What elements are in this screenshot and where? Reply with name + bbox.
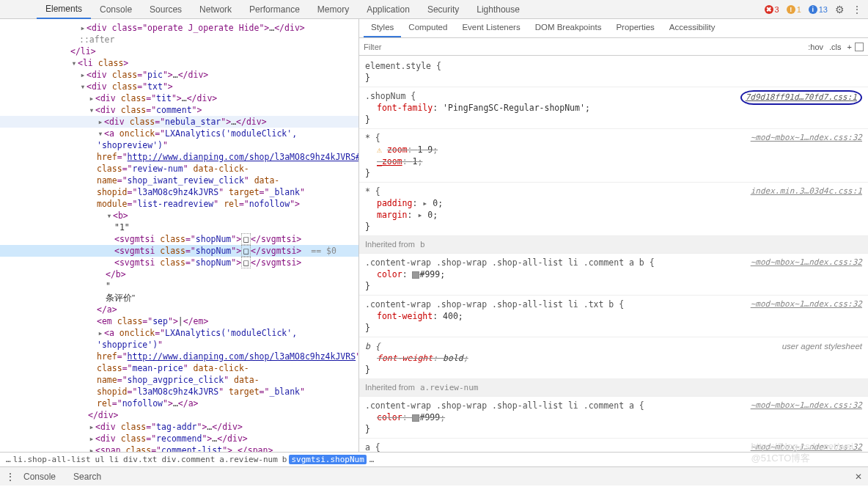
crumb[interactable]: li [107,455,121,464]
tab-application[interactable]: Application [358,1,419,18]
status-icons: ✖3 !1 i13 ⚙ ⋮ [765,4,863,15]
crumb[interactable]: li.shop-all-list [11,455,93,464]
dom-pseudo[interactable]: ::after [0,34,358,45]
dom-li[interactable]: ▾<li class> [0,57,358,69]
dom-txt[interactable]: ▾<div class="txt"> [0,81,358,92]
inherited-from-a: Inherited from a.review-num [359,379,868,397]
styles-subtabs: Styles Computed Event Listeners DOM Brea… [359,19,868,38]
crumb-active[interactable]: svgmtsi.shopNum [289,455,366,464]
dom-line[interactable]: ▸<div class="operate J_operate Hide">…</… [0,22,358,34]
dom-q[interactable]: " [0,280,358,292]
warning-icon: ⚠ [377,144,382,155]
warning-count[interactable]: !1 [787,5,801,14]
dom-tit[interactable]: ▸<div class="tit">…</div> [0,92,358,104]
crumb[interactable]: div.comment [159,455,217,464]
rule-star1[interactable]: ~mod~mbox~1…ndex.css:32 * { ⚠ zoom: 1 9;… [359,129,868,183]
close-icon[interactable]: ✕ [855,472,862,482]
elements-tree[interactable]: ▸<div class="operate J_operate Hide">…</… [0,19,359,452]
dom-price-link[interactable]: ▸<a onclick="LXAnalytics('moduleClick', … [0,327,358,409]
crumb[interactable]: div.txt [121,455,159,464]
tab-elements[interactable]: Elements [37,0,91,19]
rule-shopnum[interactable]: 7d9d18ff91d…70fd7.css:1 .shopNum { font-… [359,87,868,129]
source-link[interactable]: index.min.3…03d4c.css:1 [751,186,862,197]
stab-event[interactable]: Event Listeners [455,19,527,37]
tab-security[interactable]: Security [419,1,468,18]
dom-svg1[interactable]: <svgmtsi class="shopNum">□</svgmtsi> [0,233,358,245]
stab-styles[interactable]: Styles [364,19,401,37]
dom-close-li[interactable]: </li> [0,45,358,57]
drawer-console[interactable]: Console [15,472,65,482]
rule-a-comment[interactable]: ~mod~mbox~1…ndex.css:32 .content-wrap .s… [359,397,868,439]
watermark: https://blog.csdn.net/wei@51CTO博客 [751,441,853,465]
crumb[interactable]: b [280,455,290,464]
stab-computed[interactable]: Computed [401,19,455,37]
dom-comment-list[interactable]: ▸<span class="comment-list">…</span> [0,444,358,452]
plus-icon[interactable]: + [845,43,855,51]
source-link[interactable]: ~mod~mbox~1…ndex.css:32 [751,132,862,144]
devtools-main-tabs: Elements Console Sources Network Perform… [0,0,868,19]
tab-sources[interactable]: Sources [141,1,191,18]
filter-input[interactable] [364,43,805,51]
crumb[interactable]: ul [93,455,107,464]
dom-a-close[interactable]: </a> [0,304,358,315]
dom-text-1[interactable]: "1" [0,221,358,233]
tab-memory[interactable]: Memory [309,1,358,18]
dom-svg2-selected[interactable]: <svgmtsi class="shopNum">□</svgmtsi> == … [0,245,358,257]
tab-console[interactable]: Console [91,1,141,18]
dom-tag-addr[interactable]: ▸<div class="tag-addr">…</div> [0,421,358,433]
styles-panel: Styles Computed Event Listeners DOM Brea… [359,19,868,452]
breadcrumb[interactable]: … li.shop-all-list ul li div.txt div.com… [0,452,868,466]
info-count[interactable]: i13 [809,5,828,14]
drawer: ⋮ Console Search ✕ [0,466,868,486]
source-link[interactable]: ~mod~mbox~1…ndex.css:32 [751,257,862,268]
tab-network[interactable]: Network [191,1,240,18]
dom-b-close[interactable]: </b> [0,268,358,280]
rule-star2[interactable]: index.min.3…03d4c.css:1 * { padding: ▸ 0… [359,183,868,236]
dom-recommend[interactable]: ▸<div class="recommend">…</div> [0,433,358,444]
dom-review-link[interactable]: ▾<a onclick="LXAnalytics('moduleClick', … [0,128,358,210]
stab-props[interactable]: Properties [608,19,661,37]
styles-filter-bar: :hov .cls + [359,38,868,56]
dom-svg3[interactable]: <svgmtsi class="shopNum">□</svgmtsi> [0,257,358,268]
ua-label: user agent stylesheet [782,340,862,352]
dom-nebula[interactable]: ▸<div class="nebula_star">…</div> [0,116,358,128]
drawer-search[interactable]: Search [65,472,110,482]
rule-inherit-b-color[interactable]: ~mod~mbox~1…ndex.css:32 .content-wrap .s… [359,254,868,296]
hov-toggle[interactable]: :hov [805,43,826,51]
dom-comment[interactable]: ▾<div class="comment"> [0,104,358,116]
source-link-circled[interactable]: 7d9d18ff91d…70fd7.css:1 [740,90,862,105]
dom-b-open[interactable]: ▾<b> [0,210,358,221]
stab-dombreak[interactable]: DOM Breakpoints [528,19,609,37]
color-swatch[interactable] [412,414,419,422]
gear-icon[interactable]: ⚙ [835,4,845,15]
rule-element-style[interactable]: element.style {} [359,57,868,87]
inherited-from-b: Inherited from b [359,236,868,254]
source-link[interactable]: ~mod~mbox~1…ndex.css:32 [751,400,862,411]
rule-b-ua[interactable]: user agent stylesheet b { font-weight: b… [359,337,868,379]
crumb[interactable]: a.review-num [217,455,279,464]
dom-pic[interactable]: ▸<div class="pic">…</div> [0,69,358,81]
tab-lighthouse[interactable]: Lighthouse [468,1,529,18]
toggle-icon[interactable] [855,43,864,51]
error-count[interactable]: ✖3 [765,5,779,14]
dom-div-close[interactable]: </div> [0,409,358,421]
styles-rules[interactable]: element.style {} 7d9d18ff91d…70fd7.css:1… [359,56,868,452]
cls-toggle[interactable]: .cls [826,43,845,51]
more-icon[interactable]: ⋮ [852,4,862,15]
tab-performance[interactable]: Performance [240,1,309,18]
dom-tiaoping[interactable]: 条评价" [0,292,358,304]
dom-em[interactable]: <em class="sep">|</em> [0,315,358,327]
stab-a11y[interactable]: Accessibility [662,19,723,37]
color-swatch[interactable] [412,271,419,279]
source-link[interactable]: ~mod~mbox~1…ndex.css:32 [751,299,862,310]
rule-inherit-b-fw[interactable]: ~mod~mbox~1…ndex.css:32 .content-wrap .s… [359,296,868,337]
